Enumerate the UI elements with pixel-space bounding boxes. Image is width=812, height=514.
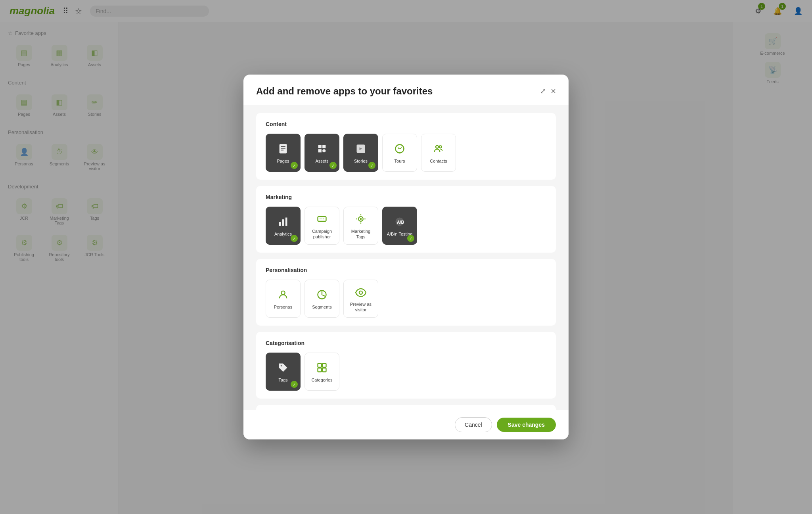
modal-header: Add and remove apps to your favorites ⤢ … xyxy=(243,75,569,105)
tags-check: ✓ xyxy=(291,381,298,388)
tags-icon xyxy=(276,361,290,375)
app-tile-assets[interactable]: Assets ✓ xyxy=(304,134,339,172)
app-tile-analytics[interactable]: Analytics ✓ xyxy=(266,207,301,245)
modal-header-actions: ⤢ × xyxy=(540,86,556,96)
app-tile-preview[interactable]: Preview as visitor xyxy=(343,280,378,318)
marketing-tags-icon xyxy=(354,212,368,226)
assets-tile-label: Assets xyxy=(315,158,328,164)
stories-icon xyxy=(354,142,368,156)
modal-body: Content Pages ✓ As xyxy=(243,105,569,410)
app-tile-tours[interactable]: Tours xyxy=(382,134,417,172)
ab-check: ✓ xyxy=(407,235,414,242)
content-section-title: Content xyxy=(266,121,546,127)
app-tile-stories[interactable]: Stories ✓ xyxy=(343,134,378,172)
pages-check: ✓ xyxy=(291,162,298,169)
svg-point-14 xyxy=(281,291,285,295)
section-translation: Translation xyxy=(256,405,556,410)
svg-point-5 xyxy=(436,146,439,148)
svg-point-17 xyxy=(281,365,282,366)
preview-tile-label: Preview as visitor xyxy=(347,301,375,313)
svg-rect-8 xyxy=(282,219,284,226)
svg-rect-0 xyxy=(280,144,287,153)
svg-rect-18 xyxy=(318,363,322,367)
svg-point-6 xyxy=(439,146,442,148)
tags-tile-label: Tags xyxy=(278,377,287,383)
modal-title: Add and remove apps to your favorites xyxy=(256,86,433,97)
modal-footer: Cancel Save changes xyxy=(243,410,569,439)
categories-icon xyxy=(315,361,329,375)
app-tile-ab[interactable]: A/B A/B/n Testing ✓ xyxy=(382,207,417,245)
stories-check: ✓ xyxy=(368,162,375,169)
analytics-check: ✓ xyxy=(291,235,298,242)
personalisation-apps-grid: Personas Segments Preview as xyxy=(266,280,546,318)
close-icon[interactable]: × xyxy=(551,86,556,96)
pages-tile-label: Pages xyxy=(277,158,289,164)
expand-icon[interactable]: ⤢ xyxy=(540,87,546,96)
app-tile-segments[interactable]: Segments xyxy=(304,280,339,318)
section-marketing: Marketing Analytics ✓ xyxy=(256,186,556,253)
contacts-tile-label: Contacts xyxy=(430,158,447,164)
svg-text:A/B: A/B xyxy=(397,220,404,224)
app-tile-categories[interactable]: Categories xyxy=(304,353,339,391)
personas-tile-label: Personas xyxy=(274,304,292,310)
modal: Add and remove apps to your favorites ⤢ … xyxy=(243,75,569,439)
tours-icon xyxy=(393,142,407,156)
segments-tile-label: Segments xyxy=(312,304,332,310)
section-content: Content Pages ✓ As xyxy=(256,113,556,180)
app-tile-pages[interactable]: Pages ✓ xyxy=(266,134,301,172)
preview-icon xyxy=(354,285,368,299)
svg-rect-20 xyxy=(318,368,322,372)
cancel-button[interactable]: Cancel xyxy=(455,417,492,432)
svg-rect-9 xyxy=(285,217,287,226)
analytics-tile-label: Analytics xyxy=(274,231,292,237)
contacts-icon xyxy=(431,142,446,156)
segments-icon xyxy=(315,288,329,302)
app-tile-tags[interactable]: Tags ✓ xyxy=(266,353,301,391)
assets-check: ✓ xyxy=(329,162,337,169)
svg-rect-7 xyxy=(279,222,281,226)
marketing-section-title: Marketing xyxy=(266,194,546,200)
pages-icon xyxy=(276,142,290,156)
modal-overlay[interactable]: Add and remove apps to your favorites ⤢ … xyxy=(0,0,812,514)
app-tile-personas[interactable]: Personas xyxy=(266,280,301,318)
assets-icon xyxy=(315,142,329,156)
personas-icon xyxy=(276,288,290,302)
categorisation-apps-grid: Tags ✓ Categories xyxy=(266,353,546,391)
categorisation-section-title: Categorisation xyxy=(266,340,546,346)
save-button[interactable]: Save changes xyxy=(497,418,556,432)
tours-tile-label: Tours xyxy=(395,158,405,164)
categories-tile-label: Categories xyxy=(311,377,332,383)
marketing-apps-grid: Analytics ✓ Campaign publisher xyxy=(266,207,546,245)
svg-rect-21 xyxy=(322,368,326,372)
personalisation-section-title: Personalisation xyxy=(266,267,546,273)
app-tile-marketing-tags[interactable]: Marketing Tags xyxy=(343,207,378,245)
campaign-tile-label: Campaign publisher xyxy=(308,228,336,240)
marketing-tags-tile-label: Marketing Tags xyxy=(347,228,375,240)
stories-tile-label: Stories xyxy=(354,158,368,164)
app-tile-campaign[interactable]: Campaign publisher xyxy=(304,207,339,245)
analytics-icon xyxy=(276,215,290,229)
section-categorisation: Categorisation Tags ✓ xyxy=(256,332,556,399)
section-personalisation: Personalisation Personas Segme xyxy=(256,259,556,326)
app-tile-contacts[interactable]: Contacts xyxy=(421,134,456,172)
content-apps-grid: Pages ✓ Assets ✓ xyxy=(266,134,546,172)
svg-rect-19 xyxy=(322,363,326,367)
ab-icon: A/B xyxy=(393,215,407,229)
campaign-icon xyxy=(315,212,329,226)
svg-point-11 xyxy=(360,218,362,220)
svg-point-16 xyxy=(359,291,362,294)
